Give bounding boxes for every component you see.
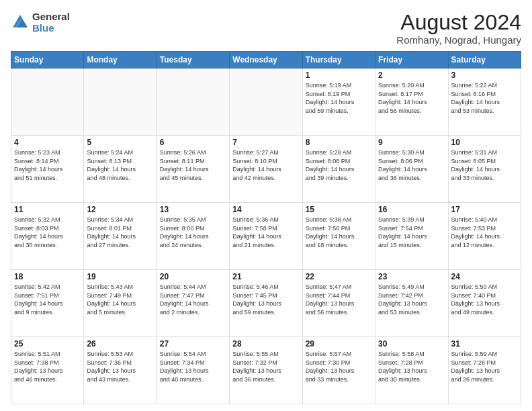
day-info: Sunrise: 5:38 AM Sunset: 7:56 PM Dayligh… [306,216,372,249]
day-number: 29 [306,339,372,349]
day-info: Sunrise: 5:40 AM Sunset: 7:53 PM Dayligh… [451,216,518,249]
day-info: Sunrise: 5:31 AM Sunset: 8:05 PM Dayligh… [451,148,518,182]
day-number: 26 [87,339,153,349]
calendar-cell [157,68,229,136]
day-info: Sunrise: 5:57 AM Sunset: 7:30 PM Dayligh… [306,350,372,383]
page: General Blue August 2024 Romhany, Nograd… [0,0,532,411]
day-number: 12 [87,205,153,214]
day-number: 15 [306,205,372,214]
day-number: 8 [306,138,372,147]
weekday-header-wednesday: Wednesday [230,52,302,68]
day-info: Sunrise: 5:23 AM Sunset: 8:14 PM Dayligh… [14,148,81,182]
day-number: 7 [232,138,299,147]
day-info: Sunrise: 5:30 AM Sunset: 8:06 PM Dayligh… [378,148,445,182]
calendar-cell: 21Sunrise: 5:46 AM Sunset: 7:45 PM Dayli… [230,270,302,337]
day-number: 3 [451,71,518,80]
calendar-table: SundayMondayTuesdayWednesdayThursdayFrid… [11,51,521,404]
calendar-cell: 18Sunrise: 5:42 AM Sunset: 7:51 PM Dayli… [11,270,84,337]
day-number: 9 [378,138,445,147]
calendar-cell: 26Sunrise: 5:53 AM Sunset: 7:36 PM Dayli… [84,337,157,404]
day-info: Sunrise: 5:42 AM Sunset: 7:51 PM Dayligh… [14,283,81,316]
calendar-week-5: 25Sunrise: 5:51 AM Sunset: 7:38 PM Dayli… [11,337,521,404]
title-block: August 2024 Romhany, Nograd, Hungary [396,11,521,46]
day-info: Sunrise: 5:55 AM Sunset: 7:32 PM Dayligh… [232,350,299,383]
main-title: August 2024 [396,11,521,34]
day-number: 11 [14,205,81,214]
calendar-body: 1Sunrise: 5:19 AM Sunset: 8:19 PM Daylig… [11,68,521,404]
day-number: 20 [160,272,226,281]
day-number: 16 [378,205,445,214]
day-info: Sunrise: 5:34 AM Sunset: 8:01 PM Dayligh… [87,216,153,249]
day-info: Sunrise: 5:43 AM Sunset: 7:49 PM Dayligh… [87,283,153,316]
day-number: 17 [451,205,518,214]
calendar-cell: 16Sunrise: 5:39 AM Sunset: 7:54 PM Dayli… [375,203,448,270]
weekday-header-monday: Monday [84,52,157,68]
day-number: 31 [451,339,518,349]
day-info: Sunrise: 5:47 AM Sunset: 7:44 PM Dayligh… [306,283,372,316]
day-info: Sunrise: 5:46 AM Sunset: 7:45 PM Dayligh… [232,283,299,316]
calendar-cell: 30Sunrise: 5:58 AM Sunset: 7:28 PM Dayli… [375,337,448,404]
weekday-header-friday: Friday [375,52,448,68]
calendar-cell: 1Sunrise: 5:19 AM Sunset: 8:19 PM Daylig… [302,68,375,136]
calendar-cell: 13Sunrise: 5:35 AM Sunset: 8:00 PM Dayli… [157,203,229,270]
day-info: Sunrise: 5:44 AM Sunset: 7:47 PM Dayligh… [160,283,226,316]
calendar-cell: 8Sunrise: 5:28 AM Sunset: 8:08 PM Daylig… [302,136,375,203]
header: General Blue August 2024 Romhany, Nograd… [11,11,521,46]
day-info: Sunrise: 5:28 AM Sunset: 8:08 PM Dayligh… [306,148,372,182]
day-info: Sunrise: 5:59 AM Sunset: 7:26 PM Dayligh… [451,350,518,383]
day-number: 23 [378,272,445,281]
day-info: Sunrise: 5:32 AM Sunset: 8:03 PM Dayligh… [14,216,81,249]
calendar-cell: 5Sunrise: 5:24 AM Sunset: 8:13 PM Daylig… [84,136,157,203]
day-info: Sunrise: 5:51 AM Sunset: 7:38 PM Dayligh… [14,350,81,383]
calendar-cell: 31Sunrise: 5:59 AM Sunset: 7:26 PM Dayli… [448,337,521,404]
weekday-header-sunday: Sunday [11,52,84,68]
day-info: Sunrise: 5:58 AM Sunset: 7:28 PM Dayligh… [378,350,445,383]
calendar-cell: 3Sunrise: 5:22 AM Sunset: 8:16 PM Daylig… [448,68,521,136]
calendar-cell: 15Sunrise: 5:38 AM Sunset: 7:56 PM Dayli… [302,203,375,270]
day-info: Sunrise: 5:50 AM Sunset: 7:40 PM Dayligh… [451,283,518,316]
logo: General Blue [11,11,70,34]
calendar-week-4: 18Sunrise: 5:42 AM Sunset: 7:51 PM Dayli… [11,270,521,337]
calendar-cell: 27Sunrise: 5:54 AM Sunset: 7:34 PM Dayli… [157,337,229,404]
calendar-week-2: 4Sunrise: 5:23 AM Sunset: 8:14 PM Daylig… [11,136,521,203]
calendar-cell: 29Sunrise: 5:57 AM Sunset: 7:30 PM Dayli… [302,337,375,404]
day-number: 22 [306,272,372,281]
day-info: Sunrise: 5:20 AM Sunset: 8:17 PM Dayligh… [378,81,445,115]
weekday-header-tuesday: Tuesday [157,52,229,68]
day-number: 14 [232,205,299,214]
day-number: 24 [451,272,518,281]
day-number: 19 [87,272,153,281]
day-info: Sunrise: 5:26 AM Sunset: 8:11 PM Dayligh… [160,148,226,182]
calendar-cell: 25Sunrise: 5:51 AM Sunset: 7:38 PM Dayli… [11,337,84,404]
calendar-week-1: 1Sunrise: 5:19 AM Sunset: 8:19 PM Daylig… [11,68,521,136]
calendar-cell: 9Sunrise: 5:30 AM Sunset: 8:06 PM Daylig… [375,136,448,203]
calendar-cell: 2Sunrise: 5:20 AM Sunset: 8:17 PM Daylig… [375,68,448,136]
day-number: 25 [14,339,81,349]
calendar-cell: 14Sunrise: 5:36 AM Sunset: 7:58 PM Dayli… [230,203,302,270]
calendar-cell: 23Sunrise: 5:49 AM Sunset: 7:42 PM Dayli… [375,270,448,337]
weekday-header-thursday: Thursday [302,52,375,68]
day-info: Sunrise: 5:19 AM Sunset: 8:19 PM Dayligh… [306,81,372,115]
day-number: 28 [232,339,299,349]
day-number: 4 [14,138,81,147]
day-number: 21 [232,272,299,281]
calendar-cell: 17Sunrise: 5:40 AM Sunset: 7:53 PM Dayli… [448,203,521,270]
day-number: 10 [451,138,518,147]
calendar-cell: 22Sunrise: 5:47 AM Sunset: 7:44 PM Dayli… [302,270,375,337]
calendar-cell: 20Sunrise: 5:44 AM Sunset: 7:47 PM Dayli… [157,270,229,337]
day-info: Sunrise: 5:27 AM Sunset: 8:10 PM Dayligh… [232,148,299,182]
weekday-header-row: SundayMondayTuesdayWednesdayThursdayFrid… [11,52,521,68]
calendar-cell: 11Sunrise: 5:32 AM Sunset: 8:03 PM Dayli… [11,203,84,270]
calendar-cell [230,68,302,136]
logo-icon [11,13,30,32]
calendar-cell: 6Sunrise: 5:26 AM Sunset: 8:11 PM Daylig… [157,136,229,203]
calendar-header: SundayMondayTuesdayWednesdayThursdayFrid… [11,52,521,68]
weekday-header-saturday: Saturday [448,52,521,68]
day-number: 5 [87,138,153,147]
calendar-cell [84,68,157,136]
day-info: Sunrise: 5:36 AM Sunset: 7:58 PM Dayligh… [232,216,299,249]
day-number: 30 [378,339,445,349]
subtitle: Romhany, Nograd, Hungary [396,34,521,46]
calendar-cell: 4Sunrise: 5:23 AM Sunset: 8:14 PM Daylig… [11,136,84,203]
day-info: Sunrise: 5:39 AM Sunset: 7:54 PM Dayligh… [378,216,445,249]
